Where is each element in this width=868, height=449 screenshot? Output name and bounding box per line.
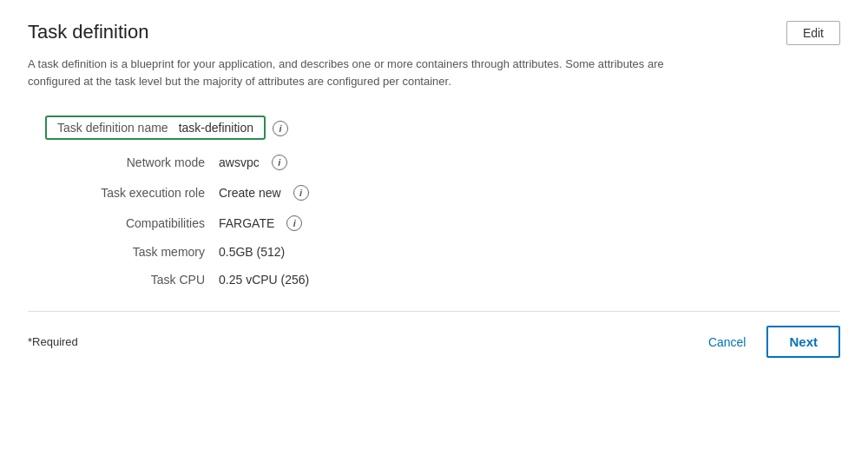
required-label: *Required [28, 335, 78, 348]
network-mode-info-icon: i [272, 154, 287, 170]
task-cpu-value: 0.25 vCPU (256) [219, 273, 309, 287]
page-title: Task definition [28, 21, 148, 43]
info-icon-1: i [273, 121, 288, 136]
footer-buttons: Cancel Next [698, 326, 840, 358]
cancel-button[interactable]: Cancel [698, 328, 757, 356]
task-def-name-box: Task definition name task-definition [45, 116, 266, 140]
field-row-network-mode: Network mode awsvpc i [45, 147, 840, 177]
field-row-task-def-name: Task definition name task-definition i [45, 109, 840, 147]
task-def-name-label: Task definition name [57, 121, 168, 135]
network-mode-label: Network mode [45, 155, 219, 169]
task-execution-role-value: Create new [219, 186, 281, 200]
info-icon-4: i [286, 215, 302, 231]
info-icon-2: i [272, 155, 287, 170]
fields-table: Task definition name task-definition i N… [45, 109, 840, 294]
field-row-task-execution-role: Task execution role Create new i [45, 177, 840, 208]
footer: *Required Cancel Next [28, 312, 840, 372]
description-text: A task definition is a blueprint for you… [28, 56, 705, 89]
field-row-compatibilities: Compatibilities FARGATE i [45, 208, 840, 238]
task-def-name-value: task-definition [179, 121, 253, 135]
main-content: Task definition name task-definition i N… [28, 109, 840, 449]
network-mode-value: awsvpc [219, 155, 260, 169]
task-cpu-label: Task CPU [45, 273, 219, 287]
compatibilities-value: FARGATE [219, 216, 274, 230]
task-execution-role-label: Task execution role [45, 186, 219, 200]
edit-button[interactable]: Edit [786, 21, 840, 45]
header-row: Task definition Edit [28, 21, 840, 45]
task-memory-value: 0.5GB (512) [219, 245, 285, 259]
field-row-task-memory: Task memory 0.5GB (512) [45, 238, 840, 266]
page-container: Task definition Edit A task definition i… [0, 0, 868, 449]
compatibilities-info-icon: i [286, 215, 302, 231]
info-icon-3: i [293, 185, 309, 201]
task-def-name-info-icon: i [273, 120, 288, 136]
task-execution-role-info-icon: i [293, 184, 309, 201]
field-row-task-cpu: Task CPU 0.25 vCPU (256) [45, 266, 840, 294]
next-button[interactable]: Next [766, 326, 840, 358]
task-memory-label: Task memory [45, 245, 219, 259]
compatibilities-label: Compatibilities [45, 216, 219, 230]
